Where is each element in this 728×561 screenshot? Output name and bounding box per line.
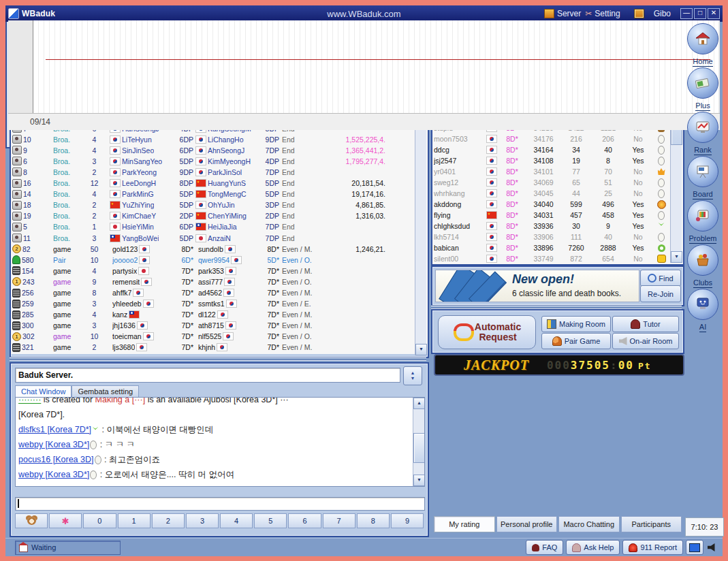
pair-game-button[interactable]: Pair Game	[541, 333, 611, 349]
quick-button-2[interactable]: 2	[152, 513, 185, 528]
setting-menu-button[interactable]: ✂ Setting	[585, 9, 620, 18]
quick-button-0[interactable]: 0	[83, 513, 116, 528]
tab-participants[interactable]: Participants	[621, 516, 682, 532]
promo-banner[interactable]: New open! 6 classic life and death books…	[431, 266, 684, 306]
close-button[interactable]: ✕	[708, 8, 720, 19]
tab-gembata-setting[interactable]: Gembata setting	[72, 385, 139, 397]
chat-user-link[interactable]: pocus16 [Korea 3D]	[18, 455, 94, 464]
making-room-button[interactable]: Making Room	[541, 316, 611, 332]
game-row[interactable]: 282game50gold1238D*sundolb8D*Even / M.1,…	[11, 244, 428, 255]
quick-button-3[interactable]: 3	[186, 513, 219, 528]
rail-item-rank[interactable]: Rank	[683, 112, 723, 155]
waiting-row[interactable]: yr04018D*341017770NoA	[432, 166, 683, 177]
scroll-up-arrow[interactable]: ▲	[413, 398, 425, 409]
server-menu-button[interactable]: Server	[544, 9, 581, 18]
tab-personal-profile[interactable]: Personal profile	[496, 516, 558, 532]
chat-server-field[interactable]: Baduk Server.	[15, 368, 400, 383]
info-cell: End	[281, 190, 321, 198]
onair-room-button[interactable]: On-air Room	[612, 333, 679, 349]
rail-item-ai[interactable]: AI	[683, 289, 723, 332]
game-row[interactable]: 285game4kanz7D*dl1227D*Even / M.	[11, 309, 428, 320]
waiting-row[interactable]: flying8D*34031457458YesA	[432, 210, 683, 221]
waiting-row[interactable]: chlghksdud8D*33936309YesA	[432, 221, 683, 231]
player-rank: 7D*	[267, 343, 279, 351]
egg-icon	[658, 135, 665, 144]
game-row[interactable]: 321game2ljs36807D*khjnh7D*Even / M.	[11, 342, 428, 353]
game-row[interactable]: 8Broa.2ParkYeong9DPParkJinSol7DPEnd	[11, 167, 428, 178]
chat-user-link[interactable]: webpy [Korea 3D*]	[18, 440, 89, 449]
chat-user-link[interactable]: dlsfks1 [Korea 7D*]	[18, 425, 91, 434]
chat-user-link[interactable]: webpy [Korea 3D*]	[18, 470, 89, 479]
game-row[interactable]: 11Broa.3YangBoWei5DPAnzaiN7DPEnd	[11, 233, 428, 244]
game-row[interactable]: 14Broa.4ParkMinG5DPTongMengC5DPEnd19,174…	[11, 189, 428, 199]
chat-input[interactable]	[15, 497, 425, 511]
report-911-button[interactable]: 911 Report	[622, 540, 683, 555]
rail-item-home[interactable]: Home	[683, 23, 723, 66]
waiting-row[interactable]: moon75038D*34176216206NoA	[432, 133, 683, 144]
waiting-row[interactable]: sweg128D*340696551NoA	[432, 177, 683, 188]
rail-item-clubs[interactable]: Clubs	[683, 244, 723, 287]
rejoin-button[interactable]: Re-Join	[640, 285, 681, 302]
waiting-row[interactable]: akddong8D*34040599496YesA	[432, 199, 683, 210]
quick-button-1[interactable]: 1	[118, 513, 151, 528]
quick-button-4[interactable]: 4	[220, 513, 253, 528]
game-row[interactable]: 16Broa.12LeeDongH8DPHuangYunS5DPEnd20,18…	[11, 178, 428, 189]
scroll-down-arrow[interactable]: ▼	[671, 251, 682, 263]
emoticon-flower-button[interactable]: ✱	[49, 513, 82, 528]
game-row[interactable]: 580Pair10jooooo26D*qwer99545D*Even / O.	[11, 255, 428, 266]
game-row[interactable]: 300game3jhj16367D*ath87157D*Even / M.	[11, 320, 428, 331]
tutor-button[interactable]: Tutor	[612, 316, 679, 332]
flag-kr-icon	[110, 191, 120, 197]
quick-button-9[interactable]: 9	[391, 513, 424, 528]
maximize-button[interactable]: □	[694, 8, 706, 19]
game-row[interactable]: 259game3yhleedeb7D*ssmtks17D*Even / E.	[11, 298, 428, 309]
game-row[interactable]: 6Broa.3MinSangYeo5DPKimMyeongH4DPEnd1,79…	[11, 156, 428, 167]
quick-button-6[interactable]: 6	[288, 513, 321, 528]
jackpot-display: JACKPOT 00037505:00Pt	[434, 354, 684, 376]
rail-item-plus[interactable]: Plus	[683, 67, 723, 110]
waiting-player-name: chlghksdud	[434, 222, 487, 230]
player-rank: 5D*	[267, 256, 279, 264]
game-row[interactable]: 154game4partysix7D*park3537D*Even / M.	[11, 266, 428, 276]
waiting-row[interactable]: jsj25478D*34108198YesA	[432, 155, 683, 166]
tab-my-rating[interactable]: My rating	[434, 516, 495, 532]
game-row[interactable]: 1243game9remensit7D*assi7777D*Even / O.	[11, 276, 428, 287]
waiting-row[interactable]: ddcg8D*341643440YesA	[432, 144, 683, 155]
rail-item-board[interactable]: Board	[683, 156, 723, 199]
player-rank: 7D*	[267, 300, 279, 308]
game-row[interactable]: 5Broa.1HsieYiMin6DPHeiJiaJia7DPEnd	[11, 221, 428, 232]
tab-chat-window[interactable]: Chat Window	[15, 385, 72, 397]
find-button[interactable]: Find	[640, 270, 681, 287]
users-cell: 3	[79, 234, 109, 242]
scroll-down-arrow[interactable]: ▼	[415, 344, 427, 355]
gibo-menu-button[interactable]: Gibo	[634, 9, 671, 18]
game-row[interactable]: 19Broa.2KimChaeY2DPChenYiMing2DPEnd1,316…	[11, 210, 428, 221]
volume-icon[interactable]	[708, 543, 717, 551]
game-row[interactable]: 10Broa.4LiTeHyun6DPLiChangHo9DPEnd1,525,…	[11, 134, 428, 145]
channel-spinner[interactable]: ▲▼	[403, 366, 422, 385]
scroll-thumb[interactable]	[413, 433, 425, 463]
tab-macro-chatting[interactable]: Macro Chatting	[558, 516, 620, 532]
room-number-cell: 300	[11, 321, 52, 330]
waiting-row[interactable]: whrhkang8D*340454425NoA	[432, 188, 683, 199]
emoticon-bear-button[interactable]	[15, 513, 48, 528]
chat-scrollbar[interactable]: ▲ ▼	[413, 398, 424, 486]
quick-button-7[interactable]: 7	[323, 513, 355, 528]
quick-button-8[interactable]: 8	[357, 513, 390, 528]
game-row[interactable]: 18Broa.2YuZhiYing5DPOhYuJin3DPEnd4,861,8…	[11, 199, 428, 210]
automatic-request-button[interactable]: AutomaticRequest	[438, 315, 536, 349]
rail-item-problem[interactable]: Problem	[683, 200, 723, 243]
minimize-button[interactable]: —	[680, 8, 693, 19]
quick-button-5[interactable]: 5	[254, 513, 287, 528]
monitor-button[interactable]	[686, 540, 703, 555]
scroll-down-arrow[interactable]: ▼	[413, 475, 425, 486]
game-row[interactable]: 256game8ahffk77D*ad45627D*Even / M.	[11, 287, 428, 298]
white-player-cell: qwer99545D*	[195, 256, 281, 264]
game-row[interactable]: 9Broa.4SinJinSeo6DPAhnSeongJ7DPEnd1,365,…	[11, 145, 428, 156]
waiting-row[interactable]: lkh57148D*3390611140NoA	[432, 231, 683, 242]
waiting-row[interactable]: silent008D*33749872654NoA	[432, 253, 683, 264]
game-row[interactable]: 1302game10toeicman7D*nlf55257D*Even / O.	[11, 331, 428, 342]
waiting-row[interactable]: babican8D*3389672602888YesA	[432, 242, 683, 253]
faq-button[interactable]: FAQ	[526, 540, 563, 555]
ask-help-button[interactable]: Ask Help	[566, 540, 620, 555]
